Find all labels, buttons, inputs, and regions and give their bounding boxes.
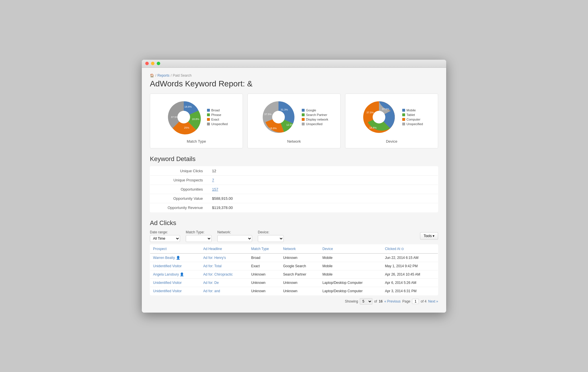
device-cell: Mobile bbox=[320, 270, 382, 278]
breadcrumb-current: Paid Search bbox=[173, 73, 192, 78]
date-range-select[interactable]: All Time Last 7 Days Last 30 Days bbox=[150, 235, 180, 242]
device-pie: 37.5% 18.8% 37.5% bbox=[360, 98, 398, 136]
prospect-link[interactable]: Unidentified Visitor bbox=[153, 281, 182, 285]
match-type-cell: Unknown bbox=[248, 287, 280, 295]
minimize-button[interactable] bbox=[151, 62, 154, 65]
col-device[interactable]: Device bbox=[320, 244, 382, 253]
breadcrumb-home[interactable]: 🏠 bbox=[150, 73, 154, 78]
network-pie: 31.3% 12.5% 18.8% 37.5% bbox=[260, 98, 297, 136]
clicked-at-cell: Apr 26, 2014 10:45 AM bbox=[382, 270, 438, 278]
svg-point-1 bbox=[177, 111, 190, 123]
match-type-select[interactable]: Broad Exact Phrase bbox=[186, 235, 212, 242]
svg-text:31.3%: 31.3% bbox=[281, 108, 288, 111]
network-filter-label: Network: bbox=[217, 230, 252, 234]
page-label: Page bbox=[402, 299, 410, 303]
charts-row: 18.8% 18.8% 25% 37.5% Broad Phrase Exact… bbox=[150, 94, 438, 148]
detail-row-opp-revenue: Opportunity Revenue $119,378.00 bbox=[150, 203, 438, 212]
table-row: Unidentified Visitor Ad for: and Unknown… bbox=[150, 287, 438, 295]
prospect-link[interactable]: Unidentified Visitor bbox=[153, 264, 182, 268]
match-type-cell: Unknown bbox=[248, 278, 280, 287]
detail-value-opportunities[interactable]: 157 bbox=[208, 185, 438, 194]
match-type-cell: Broad bbox=[248, 253, 280, 262]
ad-headline-link[interactable]: Ad for: Henry's bbox=[203, 256, 226, 260]
svg-text:18.8%: 18.8% bbox=[269, 127, 277, 130]
ad-clicks-title: Ad Clicks bbox=[150, 219, 438, 227]
table-row: Unidentified Visitor Ad for: De Unknown … bbox=[150, 278, 438, 287]
svg-text:18.8%: 18.8% bbox=[192, 118, 199, 121]
prospect-cell: Unidentified Visitor bbox=[150, 262, 200, 270]
device-filter-label: Device: bbox=[258, 230, 284, 234]
svg-text:37.5%: 37.5% bbox=[366, 111, 374, 114]
table-row: Warren Beatty 👤 Ad for: Henry's Broad Un… bbox=[150, 253, 438, 262]
tools-button[interactable]: Tools ▾ bbox=[420, 232, 438, 240]
prospect-link[interactable]: Angela Lansbury bbox=[153, 272, 179, 276]
col-match-type[interactable]: Match Type bbox=[248, 244, 280, 253]
prospect-cell: Angela Lansbury 👤 bbox=[150, 270, 200, 278]
match-type-chart-card: 18.8% 18.8% 25% 37.5% Broad Phrase Exact… bbox=[150, 94, 243, 148]
device-select[interactable]: Mobile Tablet Computer bbox=[258, 235, 284, 242]
maximize-button[interactable] bbox=[157, 62, 160, 65]
col-network[interactable]: Network bbox=[280, 244, 320, 253]
pagination-row: Showing 5 10 25 of 16 « Previous Page of… bbox=[150, 298, 438, 305]
svg-text:25%: 25% bbox=[184, 126, 189, 129]
col-ad-headline[interactable]: Ad Headline bbox=[200, 244, 248, 253]
network-label: Network bbox=[287, 139, 301, 144]
device-legend: Mobile Tablet Computer Unspecified bbox=[402, 108, 423, 126]
detail-label-unique-prospects: Unique Prospects bbox=[150, 175, 208, 185]
detail-row-opp-value: Opportunity Value $588,915.00 bbox=[150, 194, 438, 203]
close-button[interactable] bbox=[145, 62, 149, 65]
detail-value-opp-revenue: $119,378.00 bbox=[208, 203, 438, 212]
date-range-filter: Date range: All Time Last 7 Days Last 30… bbox=[150, 230, 180, 242]
page-title: AdWords Keyword Report: & bbox=[150, 79, 438, 88]
breadcrumb-sep2: / bbox=[171, 73, 171, 78]
match-type-cell: Exact bbox=[248, 262, 280, 270]
device-filter: Device: Mobile Tablet Computer bbox=[258, 230, 284, 242]
detail-row-unique-clicks: Unique Clicks 12 bbox=[150, 166, 438, 175]
col-prospect[interactable]: Prospect bbox=[150, 244, 200, 253]
device-chart-area: 37.5% 18.8% 37.5% Mobile Tablet Computer… bbox=[360, 98, 423, 136]
svg-text:18.8%: 18.8% bbox=[369, 126, 377, 129]
prospect-link[interactable]: Warren Beatty bbox=[153, 256, 175, 260]
network-cell: Unknown bbox=[280, 278, 320, 287]
app-window: 🏠 / Reports / Paid Search AdWords Keywor… bbox=[142, 60, 446, 313]
detail-label-unique-clicks: Unique Clicks bbox=[150, 166, 208, 175]
breadcrumb-reports[interactable]: Reports bbox=[157, 73, 169, 78]
ad-headline-cell: Ad for: and bbox=[200, 287, 248, 295]
network-select[interactable]: Google Search Partner Display Network bbox=[217, 235, 252, 242]
detail-value-opp-value: $588,915.00 bbox=[208, 194, 438, 203]
ad-headline-link[interactable]: Ad for: Chiropractic bbox=[203, 272, 233, 276]
detail-value-unique-prospects[interactable]: 7 bbox=[208, 175, 438, 185]
network-cell: Unknown bbox=[280, 287, 320, 295]
match-type-cell: Unknown bbox=[248, 270, 280, 278]
breadcrumb-sep1: / bbox=[155, 73, 156, 78]
titlebar bbox=[142, 60, 446, 68]
prospect-link[interactable]: Unidentified Visitor bbox=[153, 289, 182, 293]
of-pages-label: of 4 bbox=[421, 299, 426, 303]
ad-headline-cell: Ad for: Total bbox=[200, 262, 248, 270]
col-clicked-at[interactable]: Clicked At ⊙ bbox=[382, 244, 438, 253]
table-row: Angela Lansbury 👤 Ad for: Chiropractic U… bbox=[150, 270, 438, 278]
network-chart-card: 31.3% 12.5% 18.8% 37.5% Google Search Pa… bbox=[247, 94, 341, 148]
svg-text:37.5%: 37.5% bbox=[264, 113, 272, 116]
page-number-input[interactable] bbox=[412, 299, 419, 304]
ad-headline-link[interactable]: Ad for: and bbox=[203, 289, 220, 293]
per-page-select[interactable]: 5 10 25 bbox=[360, 298, 372, 305]
svg-text:18.8%: 18.8% bbox=[184, 105, 192, 108]
next-page-link[interactable]: Next » bbox=[428, 299, 438, 303]
previous-page-link[interactable]: « Previous bbox=[384, 299, 401, 303]
device-label: Device bbox=[386, 139, 397, 144]
detail-label-opp-revenue: Opportunity Revenue bbox=[150, 203, 208, 212]
prospect-cell: Unidentified Visitor bbox=[150, 278, 200, 287]
match-type-legend: Broad Phrase Exact Unspecified bbox=[207, 108, 228, 126]
device-cell: Mobile bbox=[320, 253, 382, 262]
detail-label-opp-value: Opportunity Value bbox=[150, 194, 208, 203]
total-records: 16 bbox=[379, 299, 382, 303]
ad-headline-link[interactable]: Ad for: De bbox=[203, 281, 219, 285]
device-cell: Laptop/Desktop Computer bbox=[320, 287, 382, 295]
filters-row: Date range: All Time Last 7 Days Last 30… bbox=[150, 230, 438, 242]
network-filter: Network: Google Search Partner Display N… bbox=[217, 230, 252, 242]
match-type-pie: 18.8% 18.8% 25% 37.5% bbox=[165, 98, 202, 136]
detail-label-opportunities: Opportunities bbox=[150, 185, 208, 194]
showing-label: Showing bbox=[345, 299, 358, 303]
ad-headline-link[interactable]: Ad for: Total bbox=[203, 264, 222, 268]
